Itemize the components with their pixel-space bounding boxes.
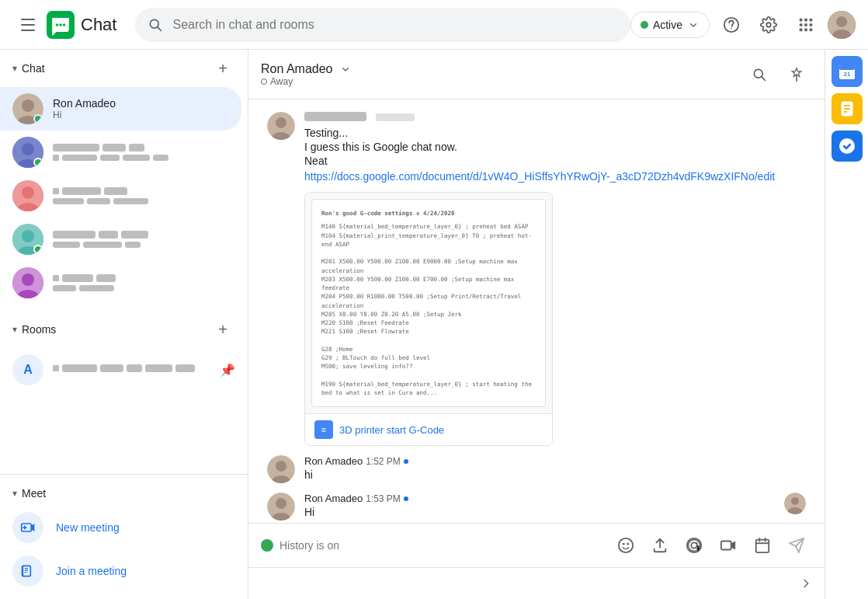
room-pin-icon: 📌 [220, 363, 235, 378]
main-layout: ▾ Chat + Ron Amadeo Hi [0, 50, 868, 599]
search-input[interactable] [172, 18, 617, 32]
svg-point-18 [836, 16, 847, 27]
search-chat-button[interactable] [744, 59, 775, 90]
top-header: Chat Active [0, 0, 868, 50]
right-app-keep[interactable] [832, 93, 863, 124]
new-meeting-icon [12, 512, 43, 543]
search-bar[interactable] [135, 8, 630, 42]
message-text-ron-1: hi [304, 468, 806, 481]
user-avatar-button[interactable] [828, 11, 856, 39]
pin-button[interactable] [781, 59, 812, 90]
msg-neat: Neat [304, 155, 806, 167]
chat-info-2 [53, 144, 235, 161]
file-doc-icon: ≡ [314, 420, 333, 439]
msg-google-chat: I guess this is Google chat now. [304, 141, 806, 153]
join-meeting-item[interactable]: Join a meeting [0, 549, 248, 593]
meet-chevron-icon: ▾ [12, 488, 17, 499]
chat-item-5[interactable] [0, 261, 248, 305]
chat-contact-name[interactable]: Ron Amadeo [261, 62, 744, 76]
mention-button[interactable] [679, 530, 710, 561]
svg-point-27 [22, 186, 34, 199]
svg-point-77 [839, 138, 855, 154]
sender-name-ron-2: Ron Amadeo [304, 493, 363, 504]
message-avatar-ron-1 [267, 455, 295, 483]
contact-name-ron: Ron Amadeo [53, 97, 229, 110]
svg-point-7 [731, 27, 732, 29]
settings-button[interactable] [753, 9, 784, 40]
chat-section-header[interactable]: ▾ Chat + [0, 50, 248, 87]
help-button[interactable] [716, 9, 747, 40]
chat-header: Ron Amadeo Away [248, 50, 825, 99]
online-indicator [33, 114, 43, 124]
rooms-section-header[interactable]: ▾ Rooms + [0, 311, 248, 348]
svg-point-60 [627, 543, 629, 545]
expand-button[interactable] [793, 571, 818, 596]
message-content-ron-1: Ron Amadeo 1:52 PM hi [304, 455, 806, 483]
chat-chevron-icon: ▾ [12, 63, 17, 74]
search-icon [148, 17, 163, 33]
meet-section-header[interactable]: ▾ Meet [0, 481, 248, 506]
add-room-button[interactable]: + [210, 317, 235, 342]
right-app-calendar[interactable]: 21 [832, 56, 863, 87]
history-indicator [261, 539, 273, 552]
svg-rect-13 [810, 23, 813, 26]
svg-point-21 [22, 99, 34, 112]
svg-point-70 [842, 64, 845, 66]
svg-point-59 [623, 543, 625, 545]
svg-rect-16 [810, 28, 813, 31]
chat-section: ▾ Chat + Ron Amadeo Hi [0, 50, 248, 305]
svg-rect-64 [756, 540, 769, 553]
upload-button[interactable] [644, 530, 675, 561]
room-avatar-1: A [12, 354, 43, 385]
calendar-button[interactable] [747, 530, 778, 561]
message-group-ron-1: Ron Amadeo 1:52 PM hi [267, 455, 806, 483]
room-item-1[interactable]: A 📌 [0, 348, 248, 392]
chat-info-3 [53, 187, 235, 204]
file-attachment[interactable]: Ron's good G-code settings v 4/24/2020 M… [304, 192, 553, 446]
emoji-button[interactable] [610, 530, 641, 561]
meet-section: ▾ Meet New meeting Join a meeting [0, 474, 248, 599]
chat-info-4 [53, 231, 235, 248]
message-avatar-ron-2 [267, 493, 295, 521]
message-avatar-initial [267, 112, 295, 140]
join-meeting-icon [12, 555, 43, 587]
svg-point-47 [276, 117, 286, 128]
active-status-button[interactable]: Active [630, 12, 710, 38]
chat-header-actions [744, 59, 812, 90]
svg-point-2 [59, 23, 62, 26]
rooms-section-title: ▾ Rooms [12, 323, 56, 336]
chat-header-info: Ron Amadeo Away [261, 62, 744, 87]
hamburger-button[interactable] [12, 9, 43, 40]
chat-area: Ron Amadeo Away [248, 50, 825, 599]
svg-rect-12 [804, 23, 807, 26]
msg-link[interactable]: https://docs.google.com/document/d/1vW4O… [304, 170, 775, 183]
chat-item-3[interactable] [0, 174, 248, 218]
message-time-ron-2: 1:53 PM [366, 493, 401, 504]
svg-rect-10 [810, 18, 813, 21]
meet-section-title: Meet [22, 487, 46, 500]
send-button[interactable] [781, 530, 812, 561]
right-app-tasks[interactable] [832, 131, 863, 162]
app-title: Chat [81, 15, 116, 35]
svg-point-61 [691, 542, 696, 548]
message-input[interactable] [279, 539, 604, 552]
input-icons [610, 530, 812, 561]
message-header-ron-2: Ron Amadeo 1:53 PM [304, 493, 408, 504]
message-time-ron-1: 1:52 PM [366, 456, 401, 467]
sidebar: ▾ Chat + Ron Amadeo Hi [0, 50, 248, 599]
add-chat-button[interactable]: + [210, 56, 235, 81]
chat-item-2[interactable] [0, 131, 248, 174]
svg-point-33 [22, 273, 34, 286]
video-button[interactable] [713, 530, 744, 561]
svg-rect-9 [804, 18, 807, 21]
svg-point-3 [63, 23, 66, 26]
message-group-initial: Testing... I guess this is Google chat n… [267, 112, 806, 446]
chat-item-4[interactable] [0, 218, 248, 261]
chat-item-ron[interactable]: Ron Amadeo Hi [0, 87, 241, 131]
new-meeting-item[interactable]: New meeting [0, 506, 248, 549]
message-content-initial: Testing... I guess this is Google chat n… [304, 112, 806, 446]
apps-button[interactable] [790, 9, 821, 40]
chat-info-ron: Ron Amadeo Hi [53, 97, 229, 120]
svg-point-50 [276, 461, 286, 472]
svg-point-30 [22, 230, 34, 242]
